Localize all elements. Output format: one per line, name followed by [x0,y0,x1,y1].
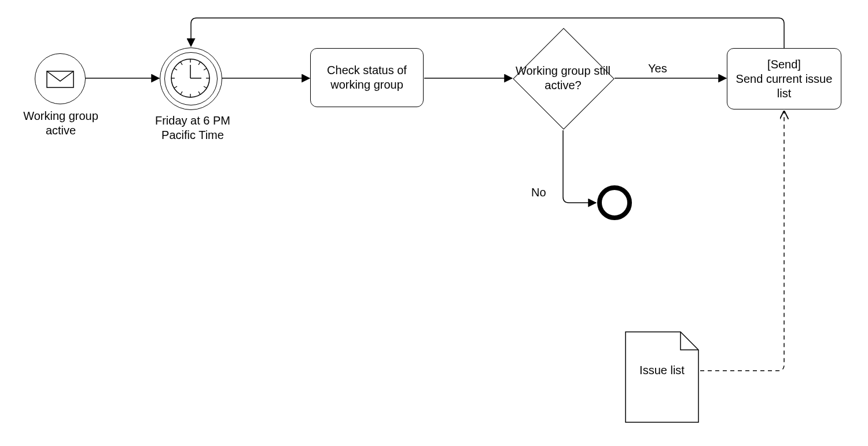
edge-data-association [700,111,784,371]
end-event [597,185,632,220]
data-object-issue-list: Issue list [625,331,699,423]
gateway-active-label: Working group still active? [514,43,612,114]
envelope-icon [35,54,85,104]
start-event-label: Working group active [12,109,110,138]
start-event [35,53,86,104]
task-check-status: Check status of working group [310,48,424,107]
edge-gateway-no [563,130,596,203]
edge-label-yes: Yes [648,61,683,76]
bpmn-diagram-canvas: Working group active [0,0,868,446]
task-send-issue-list-label: [Send] Send current issue list [733,57,835,101]
timer-event [160,47,221,109]
task-send-issue-list: [Send] Send current issue list [727,48,841,109]
data-object-label: Issue list [625,363,699,378]
timer-event-label: Friday at 6 PM Pacific Time [144,114,242,142]
clock-icon [160,47,221,109]
edge-label-no: No [531,185,560,200]
task-check-status-label: Check status of working group [317,63,417,92]
edge-send-loop-to-timer [191,18,784,48]
gateway-active-label-text: Working group still active? [514,64,612,93]
